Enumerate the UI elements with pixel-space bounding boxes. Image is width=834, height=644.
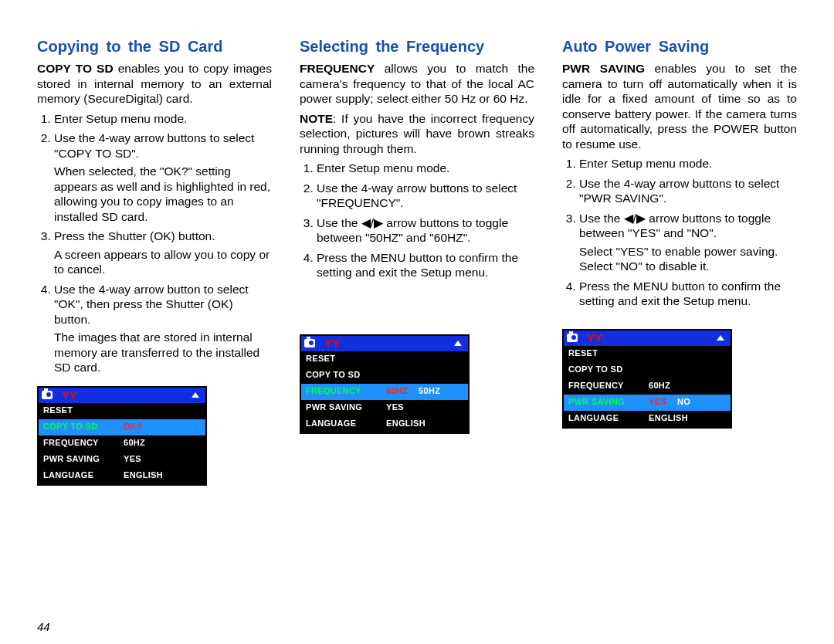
- col-auto-power-saving: Auto Power Saving PWR SAVING enables you…: [562, 37, 797, 486]
- note: NOTE: If you have the incorrect frequenc…: [300, 111, 534, 157]
- step-1: Enter Setup menu mode.: [54, 111, 272, 127]
- cam-tabs: YY: [39, 388, 205, 403]
- heading: Selecting the Frequency: [300, 37, 534, 56]
- col-frequency: Selecting the Frequency FREQUENCY allows…: [300, 37, 534, 486]
- step-3-followup: Select "YES" to enable power saving. Sel…: [579, 244, 797, 274]
- intro-bold: PWR SAVING: [562, 62, 645, 75]
- camera-menu-pwr-saving: YY RESET COPY TO SD FREQUENCY60HZ PWR SA…: [562, 329, 732, 429]
- intro: PWR SAVING enables you to set the camera…: [562, 61, 797, 151]
- step-4: Press the MENU button to confirm the set…: [317, 250, 534, 280]
- tools-icon: YY: [587, 332, 603, 344]
- cam-row-frequency: FREQUENCY60HZ50HZ: [301, 384, 468, 400]
- cam-row-pwr-saving: PWR SAVINGYESNO: [564, 395, 731, 411]
- intro-bold: COPY TO SD: [37, 62, 114, 75]
- intro-bold: FREQUENCY: [300, 62, 375, 75]
- cam-row-language: LANGUAGEENGLISH: [39, 468, 205, 484]
- step-2: Use the 4-way arrow buttons to select "C…: [54, 130, 272, 224]
- step-4-followup: The images that are stored in internal m…: [54, 330, 272, 375]
- cam-row-pwr-saving: PWR SAVINGYES: [39, 452, 205, 468]
- heading: Auto Power Saving: [562, 37, 797, 56]
- cam-row-reset: RESET: [301, 351, 468, 368]
- heading: Copying to the SD Card: [37, 37, 272, 56]
- step-2-followup: When selected, the "OK?" setting appears…: [54, 164, 272, 224]
- cam-row-language: LANGUAGEENGLISH: [564, 411, 731, 427]
- camera-icon: [567, 334, 578, 342]
- cam-row-language: LANGUAGEENGLISH: [301, 416, 468, 432]
- note-rest: : If you have the incorrect frequency se…: [300, 112, 534, 155]
- step-3: Use the ◀/▶ arrow buttons to toggle betw…: [579, 211, 797, 274]
- cam-tabs: YY: [564, 330, 731, 346]
- col-copy-to-sd: Copying to the SD Card COPY TO SD enable…: [37, 37, 272, 486]
- step-3: Press the Shutter (OK) button. A screen …: [54, 229, 272, 277]
- cam-row-reset: RESET: [39, 403, 205, 419]
- cam-row-copy-to-sd: COPY TO SDOK?: [39, 419, 205, 436]
- up-arrow-icon: [717, 335, 724, 341]
- cam-row-copy-to-sd: COPY TO SD: [301, 368, 468, 384]
- cam-row-frequency: FREQUENCY60HZ: [39, 436, 205, 452]
- step-1: Enter Setup menu mode.: [579, 156, 797, 171]
- camera-menu-frequency: YY RESET COPY TO SD FREQUENCY60HZ50HZ PW…: [300, 334, 470, 434]
- up-arrow-icon: [192, 392, 199, 398]
- note-bold: NOTE: [300, 112, 333, 125]
- cam-row-copy-to-sd: COPY TO SD: [564, 362, 731, 378]
- steps: Enter Setup menu mode. Use the 4-way arr…: [562, 156, 797, 309]
- camera-icon: [42, 391, 53, 399]
- intro-rest: enables you to set the camera to turn of…: [562, 62, 797, 151]
- manual-page: Copying to the SD Card COPY TO SD enable…: [0, 0, 834, 486]
- cam-row-frequency: FREQUENCY60HZ: [564, 378, 731, 395]
- cam-row-pwr-saving: PWR SAVINGYES: [301, 400, 468, 416]
- step-2: Use the 4-way arrow buttons to select "F…: [317, 181, 534, 211]
- steps: Enter Setup menu mode. Use the 4-way arr…: [300, 161, 534, 280]
- left-right-arrow-icon: ◀/▶: [624, 212, 646, 225]
- intro: COPY TO SD enables you to copy images st…: [37, 61, 272, 107]
- tools-icon: YY: [62, 389, 78, 401]
- steps: Enter Setup menu mode. Use the 4-way arr…: [37, 111, 272, 375]
- step-4: Press the MENU button to confirm the set…: [579, 279, 797, 309]
- step-3-followup: A screen appears to allow you to copy or…: [54, 247, 272, 277]
- tools-icon: YY: [324, 337, 341, 349]
- left-right-arrow-icon: ◀/▶: [361, 216, 383, 229]
- step-3: Use the ◀/▶ arrow buttons to toggle betw…: [317, 215, 534, 246]
- step-4: Use the 4-way arrow button to select "OK…: [54, 282, 272, 375]
- page-number: 44: [37, 620, 50, 633]
- intro: FREQUENCY allows you to match the camera…: [300, 61, 534, 107]
- camera-menu-copy: YY RESET COPY TO SDOK? FREQUENCY60HZ PWR…: [37, 386, 207, 486]
- cam-tabs: YY: [301, 336, 468, 351]
- step-2: Use the 4-way arrow buttons to select "P…: [579, 176, 797, 206]
- step-1: Enter Setup menu mode.: [317, 161, 534, 176]
- up-arrow-icon: [454, 341, 462, 346]
- cam-row-reset: RESET: [564, 346, 731, 362]
- camera-icon: [304, 339, 315, 347]
